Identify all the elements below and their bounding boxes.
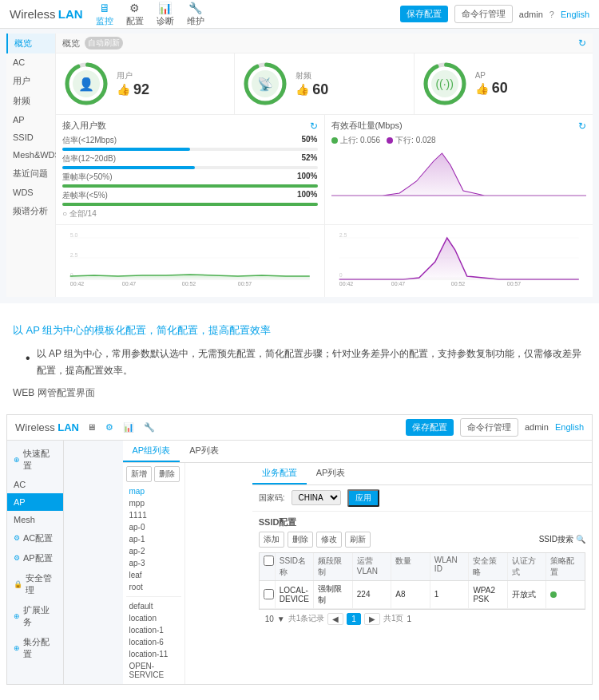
country-select[interactable]: CHINA <box>292 490 341 505</box>
sidebar-item-ac[interactable]: AC <box>6 53 55 71</box>
webui-nav-maintain[interactable]: 🔧 <box>144 422 155 433</box>
metrics-refresh-icon[interactable]: ↻ <box>310 121 318 132</box>
nav-maintain[interactable]: 🔧 维护 <box>187 2 204 27</box>
apply-button[interactable]: 应用 <box>347 489 379 507</box>
webui-lang[interactable]: English <box>555 422 584 432</box>
thumb-up-user: 👍 <box>117 83 130 96</box>
header-vlan: 运营VLAN <box>353 553 392 580</box>
sidebar-item-ap[interactable]: AP <box>6 111 55 129</box>
ap-tree-default[interactable]: default <box>126 600 181 612</box>
ap-item-1111[interactable]: 1111 <box>126 509 181 521</box>
ap-tree-location11[interactable]: location-11 <box>126 648 181 660</box>
nav-config[interactable]: ⚙ 配置 <box>126 2 144 27</box>
webui-nav-monitor[interactable]: 🖥 <box>87 422 96 432</box>
sidebar-item-overview[interactable]: 概览 <box>6 34 55 53</box>
webui-cmd-button[interactable]: 命令行管理 <box>460 418 518 437</box>
tab-ap-group[interactable]: AP组列表 <box>123 441 180 462</box>
btn-add-ap[interactable]: 新增 <box>126 466 152 482</box>
nav-diagnose[interactable]: 📊 诊断 <box>157 2 174 27</box>
metric-row-1: 信率(<12Mbps) 50% <box>62 135 318 146</box>
sidebar-ac-config[interactable]: ⚙ AC配置 <box>7 528 63 548</box>
row-checkbox[interactable] <box>264 589 274 599</box>
search-icon[interactable]: 🔍 <box>576 535 585 544</box>
header-right: 保存配置 命令行管理 admin ? English <box>400 5 589 23</box>
ap-tabs: AP组列表 AP列表 <box>123 441 593 463</box>
cell-security: WPA2 PSK <box>469 581 508 608</box>
sidebar-item-spectrum[interactable]: 频谱分析 <box>6 201 55 221</box>
throughput-chart: 00:42 00:47 00:52 00:57 <box>331 149 587 197</box>
webui-nav-diagnose[interactable]: 📊 <box>123 422 134 433</box>
svg-text:00:47: 00:47 <box>382 196 397 197</box>
cell-count: A8 <box>391 581 430 608</box>
sidebar-collect[interactable]: ⊕ 集分配置 <box>7 632 63 664</box>
webui-save-button[interactable]: 保存配置 <box>406 419 454 436</box>
ap-item-root[interactable]: root <box>126 581 181 593</box>
ap-item-ap3[interactable]: ap-3 <box>126 557 181 569</box>
ap-item-ap2[interactable]: ap-2 <box>126 545 181 557</box>
tab-ap-list[interactable]: AP列表 <box>180 441 228 462</box>
btn-ssid-delete[interactable]: 删除 <box>288 532 313 548</box>
page-1[interactable]: 1 <box>347 613 361 625</box>
sidebar-mesh[interactable]: Mesh <box>7 511 63 528</box>
table-row[interactable]: LOCAL-DEVICE 强制限制 224 A8 1 WPA2 PSK 开放式 <box>260 581 585 609</box>
metric-row-3: 重帧率(>50%) 100% <box>62 172 318 183</box>
ap-item-mpp[interactable]: mpp <box>126 497 181 509</box>
sidebar-ext[interactable]: ⊕ 扩展业务 <box>7 600 63 632</box>
select-all-checkbox[interactable] <box>264 556 274 566</box>
user-chart: 5.0 2.5 0 00:42 00:47 00:52 00:57 <box>62 230 318 290</box>
lang-label[interactable]: English <box>561 10 589 19</box>
svg-text:00:52: 00:52 <box>450 281 465 287</box>
sidebar-item-ssid[interactable]: SSID <box>6 129 55 146</box>
btn-delete-ap[interactable]: 删除 <box>154 466 180 482</box>
stat-info-radio: 射频 👍 60 <box>296 70 407 98</box>
ap-tree-location1[interactable]: location-1 <box>126 624 181 636</box>
btn-ssid-refresh[interactable]: 刷新 <box>345 532 371 548</box>
ap-tree-open-service[interactable]: OPEN-SERVICE <box>126 660 181 681</box>
sub-tab-service[interactable]: 业务配置 <box>252 463 307 484</box>
sidebar-item-wds[interactable]: WDS <box>6 184 55 201</box>
sidebar-item-radio[interactable]: 射频 <box>6 91 55 111</box>
btn-ssid-edit[interactable]: 修改 <box>316 532 342 548</box>
btn-ssid-add[interactable]: 添加 <box>259 532 284 548</box>
sidebar-quick-config[interactable]: ⊕ 快速配置 <box>7 444 63 476</box>
save-button[interactable]: 保存配置 <box>400 6 448 22</box>
refresh-icon[interactable]: ↻ <box>578 38 586 49</box>
header-auth: 认证方式 <box>508 553 547 580</box>
webui-label: WEB 网管配置界面 <box>13 386 586 400</box>
ap-list-btns: 新增 删除 <box>126 466 181 482</box>
metric-row-4: 差帧率(<5%) 100% <box>62 190 318 201</box>
sidebar-security[interactable]: 🔒 安全管理 <box>7 568 63 600</box>
sidebar-item-user[interactable]: 用户 <box>6 71 55 91</box>
sidebar-ap[interactable]: AP <box>7 493 63 511</box>
ap-tree-location[interactable]: location <box>126 612 181 624</box>
ap-item-leaf[interactable]: leaf <box>126 569 181 581</box>
ap-tree-location6[interactable]: location-6 <box>126 636 181 648</box>
metric-bar-1 <box>62 148 318 151</box>
ap-item-ap0[interactable]: ap-0 <box>126 521 181 533</box>
webui-wrapper: Wireless LAN 🖥 ⚙ 📊 🔧 保存配置 命令行管理 admin En… <box>6 414 593 685</box>
svg-text:2.5: 2.5 <box>339 232 347 238</box>
sidebar-ap-config[interactable]: ⚙ AP配置 <box>7 548 63 568</box>
row-check[interactable] <box>260 581 276 608</box>
logo-lan: LAN <box>58 7 83 21</box>
svg-marker-9 <box>331 153 587 196</box>
stat-count-ap: 👍 60 <box>475 80 586 97</box>
sidebar-ac[interactable]: AC <box>7 476 63 493</box>
webui-header-right: 保存配置 命令行管理 admin English <box>406 418 584 437</box>
ap-item-map[interactable]: map <box>126 485 181 497</box>
next-page[interactable]: ▶ <box>364 613 380 625</box>
sidebar-item-mesh[interactable]: Mesh&WDS <box>6 146 55 164</box>
table-header: SSID名称 频段限制 运营VLAN 数量 WLAN ID 安全策略 认证方式 … <box>260 553 585 581</box>
webui-main: AP组列表 AP列表 新增 删除 map mpp 1111 ap-0 ap-1 … <box>123 441 593 684</box>
help-icon[interactable]: ? <box>549 10 554 19</box>
dashboard-section: 概览 AC 用户 射频 AP SSID Mesh&WDS 基近问题 WDS 频谱… <box>0 29 599 303</box>
webui-nav-config[interactable]: ⚙ <box>105 422 113 433</box>
metrics-chart-refresh-icon[interactable]: ↻ <box>578 121 586 132</box>
prev-page[interactable]: ◀ <box>327 613 343 625</box>
cmd-button[interactable]: 命令行管理 <box>454 5 513 23</box>
sidebar-item-issue[interactable]: 基近问题 <box>6 164 55 184</box>
sub-tab-ap-list[interactable]: AP列表 <box>307 463 355 484</box>
nav-monitor[interactable]: 🖥 监控 <box>96 2 113 27</box>
ap-item-ap1[interactable]: ap-1 <box>126 533 181 545</box>
header-security: 安全策略 <box>469 553 508 580</box>
